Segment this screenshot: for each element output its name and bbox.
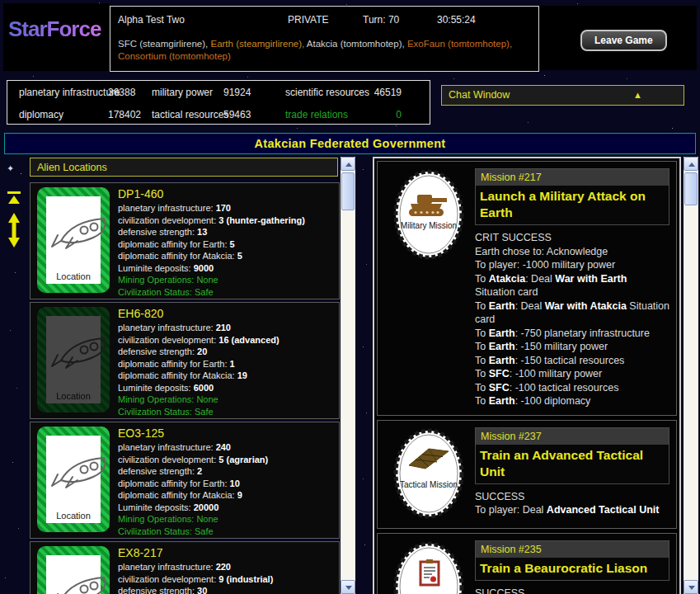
mission-card[interactable]: Beaurocratic MissionMission #235Train a … (377, 533, 677, 594)
location-stat: diplomatic affinity for Earth: 1 (118, 358, 334, 370)
mission-card[interactable]: Tactical MissionMission #237Train an Adv… (377, 420, 677, 529)
header-right-box: Leave Game (539, 6, 697, 70)
location-stat: defensive strength: 2 (118, 465, 334, 478)
mission-number-badge: Mission #237 (476, 428, 669, 445)
mission-result: CRIT SUCCESSEarth chose to: AcknowledgeT… (475, 231, 669, 408)
location-stat: Luminite deposits: 6000 (118, 382, 334, 394)
stat-value: 36388 (108, 87, 135, 98)
location-card-art[interactable]: Location (37, 427, 110, 532)
location-stat: defensive strength: 30 (118, 585, 334, 594)
turn-label: Turn: 70 (363, 14, 399, 26)
mission-title: Train a Beaurocratic Liason (476, 558, 669, 580)
location-card[interactable]: LocationEO3-125planetary infrastructure:… (30, 422, 340, 539)
stat-value: 178402 (108, 109, 141, 120)
faction-banner: Atakcian Federated Government (4, 133, 696, 154)
tactical-mission-icon (386, 427, 472, 520)
location-info: EX8-217planetary infrastructure: 220civi… (118, 546, 334, 594)
location-card-art[interactable]: Location (37, 546, 110, 594)
location-stat: diplomatic affinity for Atakcia: 19 (118, 370, 334, 382)
clock-label: 30:55:24 (437, 14, 476, 26)
stat-row: diplomacy178402tactical resources59463tr… (7, 109, 430, 125)
mission-number-badge: Mission #235 (476, 541, 669, 558)
chat-window-bar[interactable]: Chat Window ▲ (441, 85, 684, 106)
location-name: DP1-460 (118, 187, 334, 200)
location-name: EO3-125 (118, 427, 334, 440)
mission-type-label: Military Mission (397, 221, 460, 230)
missions-scrollbar[interactable] (684, 157, 698, 594)
location-name: EX8-217 (118, 546, 334, 559)
location-status: Civilization Status: Safe (118, 286, 334, 299)
scrollbar-thumb[interactable] (684, 172, 698, 205)
stat-value: 46519 (362, 87, 402, 98)
mission-result-line: To Earth: -750 planetary infrastructure (475, 327, 669, 341)
location-stat: civilization development: 9 (industrial) (118, 573, 334, 586)
location-status: Civilization Status: Safe (118, 526, 334, 538)
player-list: SFC (steamgirlirene), Earth (steamgirlir… (118, 38, 530, 63)
alien-locations-panel: Alien Locations LocationDP1-460planetary… (29, 157, 356, 594)
rocket-icon (48, 329, 115, 372)
leave-game-button[interactable]: Leave Game (580, 30, 667, 51)
location-info: DP1-460planetary infrastructure: 170civi… (118, 187, 334, 298)
location-card[interactable]: LocationEH6-820planetary infrastructure:… (30, 302, 340, 419)
mission-type-label: Tactical Mission (397, 480, 460, 489)
rocket-icon (48, 449, 115, 492)
mission-result-line: To Earth: -150 military power (475, 340, 669, 354)
logo-box: StarForce (3, 3, 109, 71)
stat-label: diplomacy (19, 109, 63, 120)
scroll-down-button[interactable] (341, 580, 355, 594)
mission-result-line: To Atakcia: Deal War with Earth Situatio… (475, 272, 669, 299)
location-card[interactable]: LocationDP1-460planetary infrastructure:… (30, 182, 340, 299)
mission-result-line: To Earth: Deal War with Atakcia Situatio… (475, 299, 669, 327)
stat-value: 0 (362, 109, 402, 120)
locations-scrollbar[interactable] (341, 157, 355, 594)
location-card-label: Location (37, 271, 110, 281)
location-card-label: Location (37, 391, 110, 401)
scroll-up-button[interactable] (684, 157, 698, 171)
location-stat: diplomatic affinity for Earth: 5 (118, 238, 334, 251)
location-info: EO3-125planetary infrastructure: 240civi… (118, 427, 334, 537)
starforce-game-screen: ✦ StarForce Alpha Test Two PRIVATE Turn:… (0, 0, 700, 594)
beaurocratic-mission-stamp: Beaurocratic Mission (386, 540, 472, 594)
mission-result-line: CRIT SUCCESS (475, 231, 669, 245)
mission-content: Mission #235Train a Beaurocratic LiasonS… (475, 540, 669, 594)
location-card-art[interactable]: Location (37, 307, 110, 412)
mission-header: Mission #235Train a Beaurocratic Liason (475, 540, 669, 581)
player-name: Atakcia (tomtomhotep), (307, 39, 407, 49)
scroll-up-button[interactable] (341, 157, 355, 171)
stat-label: trade relations (285, 109, 348, 120)
collapse-up-icon[interactable] (6, 191, 22, 209)
chat-collapse-icon[interactable]: ▲ (633, 86, 642, 105)
beaurocratic-mission-icon (386, 540, 472, 594)
mission-result-line: To SFC: -100 tactical resources (475, 381, 669, 395)
location-info: EH6-820planetary infrastructure: 210civi… (118, 307, 334, 417)
location-status: Civilization Status: Safe (118, 406, 334, 418)
location-stat: planetary infrastructure: 240 (118, 441, 334, 454)
mission-result-line: Earth chose to: Acknowledge (475, 245, 669, 259)
location-stat: civilization development: 5 (agrarian) (118, 454, 334, 466)
alien-locations-header: Alien Locations (30, 158, 338, 177)
player-name: SFC (steamgirlirene), (118, 39, 210, 49)
location-card[interactable]: LocationEX8-217planetary infrastructure:… (30, 541, 340, 594)
location-card-art[interactable]: Location (37, 187, 110, 293)
location-stat: defensive strength: 20 (118, 346, 334, 358)
game-name: Alpha Test Two (118, 14, 185, 26)
mission-number-badge: Mission #217 (476, 169, 669, 186)
mission-card[interactable]: Military MissionMission #217Launch a Mil… (377, 161, 677, 416)
location-status: Mining Operations: None (118, 394, 334, 406)
location-stat: Luminite deposits: 20000 (118, 502, 334, 514)
scroll-down-button[interactable] (684, 580, 698, 594)
location-stat: civilization development: 3 (hunter-gath… (118, 214, 334, 227)
privacy-label: PRIVATE (288, 14, 329, 26)
mission-result-line: To Earth: -150 tactical resources (475, 354, 669, 368)
location-stat: civilization development: 16 (advanced) (118, 334, 334, 346)
mission-result-line: To player: Deal Advanced Tactical Unit (475, 503, 669, 517)
location-card-list: LocationDP1-460planetary infrastructure:… (30, 182, 340, 594)
military-mission-stamp: Military Mission (386, 168, 472, 264)
scrollbar-thumb[interactable] (341, 172, 355, 210)
stat-label: scientific resources (285, 87, 369, 98)
starforce-logo: StarForce (8, 16, 109, 42)
player-name: ExoFaun (tomtomhotep), (407, 39, 512, 49)
resize-vertical-icon[interactable] (7, 213, 21, 251)
location-stat: diplomatic affinity for Earth: 10 (118, 478, 334, 490)
mission-result: SUCCESSTo player: Deal Advanced Tactical… (475, 490, 669, 517)
